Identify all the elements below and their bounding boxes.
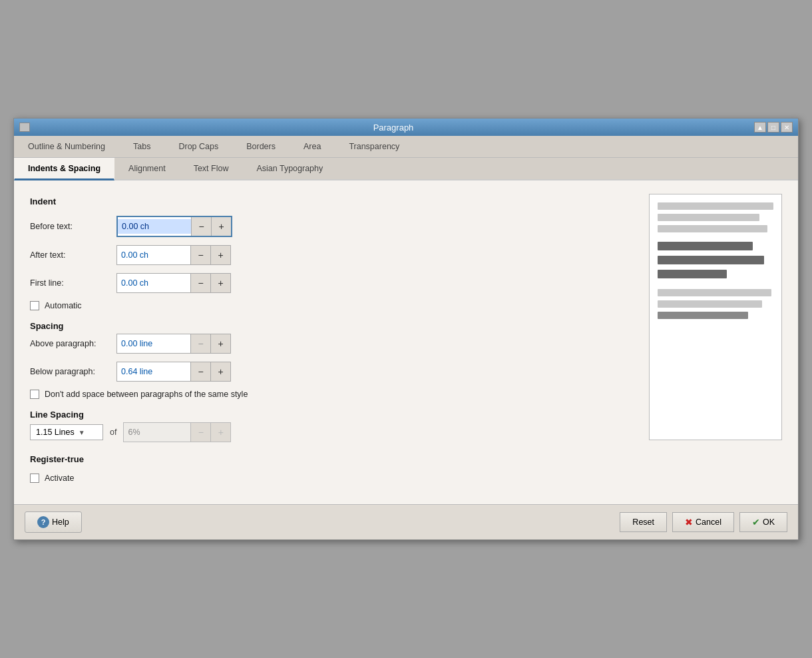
above-paragraph-input[interactable] bbox=[117, 336, 190, 351]
indent-section-header: Indent bbox=[30, 196, 636, 206]
above-paragraph-label: Above paragraph: bbox=[30, 339, 116, 348]
first-line-decrement[interactable]: − bbox=[190, 274, 210, 292]
help-label: Help bbox=[52, 517, 69, 527]
above-paragraph-spinbox: − + bbox=[116, 334, 231, 354]
first-line-increment[interactable]: + bbox=[210, 274, 230, 292]
before-text-increment[interactable]: + bbox=[211, 217, 231, 236]
line-spacing-section-header: Line Spacing bbox=[30, 410, 636, 420]
ok-button[interactable]: ✔ OK bbox=[739, 512, 787, 532]
preview-bar-active bbox=[658, 270, 727, 278]
tab-borders[interactable]: Borders bbox=[232, 136, 290, 157]
first-line-label: First line: bbox=[30, 278, 116, 288]
cancel-label: Cancel bbox=[696, 517, 721, 527]
above-paragraph-increment[interactable]: + bbox=[210, 334, 230, 353]
activate-checkbox[interactable] bbox=[30, 474, 39, 483]
activate-label: Activate bbox=[45, 474, 74, 483]
line-spacing-value: 1.15 Lines bbox=[36, 428, 75, 437]
cancel-icon: ✖ bbox=[685, 517, 693, 527]
after-text-input[interactable] bbox=[117, 248, 190, 262]
before-text-spinbox: − + bbox=[116, 216, 232, 237]
tab-indents-spacing[interactable]: Indents & Spacing bbox=[14, 158, 114, 180]
help-button[interactable]: ? Help bbox=[25, 511, 82, 533]
form-area: Indent Before text: − + After text: − + bbox=[30, 194, 636, 491]
below-paragraph-spinbox: − + bbox=[116, 362, 231, 382]
tab-row-2: Indents & Spacing Alignment Text Flow As… bbox=[14, 158, 798, 180]
dropdown-arrow-icon: ▼ bbox=[79, 429, 85, 436]
main-content: Indent Before text: − + After text: − + bbox=[14, 180, 798, 504]
preview-box bbox=[649, 194, 782, 440]
preview-bar-active bbox=[658, 256, 764, 264]
tab-text-flow[interactable]: Text Flow bbox=[180, 158, 243, 179]
bottom-right-buttons: Reset ✖ Cancel ✔ OK bbox=[620, 512, 787, 532]
no-space-label: Don't add space between paragraphs of th… bbox=[45, 390, 248, 399]
after-text-label: After text: bbox=[30, 250, 116, 260]
preview-bar bbox=[658, 225, 767, 232]
before-text-label: Before text: bbox=[30, 222, 116, 231]
after-text-decrement[interactable]: − bbox=[190, 246, 210, 264]
below-paragraph-input[interactable] bbox=[117, 364, 190, 379]
spacing-section-header: Spacing bbox=[30, 321, 636, 331]
tab-area[interactable]: Area bbox=[290, 136, 335, 157]
line-spacing-value-spinbox: − + bbox=[123, 422, 231, 442]
reset-label: Reset bbox=[632, 517, 654, 527]
first-line-input[interactable] bbox=[117, 276, 190, 290]
help-icon: ? bbox=[37, 516, 49, 528]
register-section-header: Register-true bbox=[30, 454, 636, 464]
line-spacing-decrement: − bbox=[190, 423, 210, 442]
line-spacing-increment: + bbox=[210, 423, 230, 442]
paragraph-dialog: Paragraph ▲ □ ✕ Outline & Numbering Tabs… bbox=[13, 118, 799, 540]
automatic-checkbox[interactable] bbox=[30, 301, 39, 310]
titlebar: Paragraph ▲ □ ✕ bbox=[14, 119, 798, 136]
close-button[interactable]: ✕ bbox=[781, 122, 793, 133]
titlebar-controls: ▲ □ ✕ bbox=[754, 122, 793, 133]
line-spacing-row: 1.15 Lines ▼ of − + bbox=[30, 422, 636, 442]
below-paragraph-label: Below paragraph: bbox=[30, 367, 116, 376]
tab-outline-numbering[interactable]: Outline & Numbering bbox=[14, 136, 119, 157]
tab-alignment[interactable]: Alignment bbox=[114, 158, 180, 179]
preview-bar-active bbox=[658, 242, 753, 250]
line-spacing-dropdown[interactable]: 1.15 Lines ▼ bbox=[30, 424, 103, 440]
activate-row: Activate bbox=[30, 474, 636, 483]
first-line-row: First line: − + bbox=[30, 273, 636, 293]
restore-button[interactable]: ▲ bbox=[754, 122, 766, 133]
tab-transparency[interactable]: Transparency bbox=[335, 136, 413, 157]
no-space-row: Don't add space between paragraphs of th… bbox=[30, 390, 636, 399]
below-paragraph-row: Below paragraph: − + bbox=[30, 362, 636, 382]
line-spacing-value-input bbox=[124, 425, 190, 440]
automatic-label: Automatic bbox=[45, 301, 82, 310]
below-paragraph-increment[interactable]: + bbox=[210, 362, 230, 381]
before-text-input[interactable] bbox=[118, 219, 191, 234]
preview-bar bbox=[658, 289, 771, 296]
ok-icon: ✔ bbox=[752, 517, 760, 527]
preview-bar bbox=[658, 202, 773, 210]
after-text-spinbox: − + bbox=[116, 245, 231, 265]
after-text-increment[interactable]: + bbox=[210, 246, 230, 264]
preview-bar bbox=[658, 300, 762, 308]
before-text-decrement[interactable]: − bbox=[191, 217, 211, 236]
of-label: of bbox=[110, 428, 116, 437]
below-paragraph-decrement[interactable]: − bbox=[190, 362, 210, 381]
automatic-row: Automatic bbox=[30, 301, 636, 310]
preview-area bbox=[649, 194, 782, 491]
tab-asian-typography[interactable]: Asian Typography bbox=[242, 158, 337, 179]
after-text-row: After text: − + bbox=[30, 245, 636, 265]
above-paragraph-decrement[interactable]: − bbox=[190, 334, 210, 353]
titlebar-left-icon bbox=[19, 123, 33, 132]
dialog-title: Paragraph bbox=[33, 123, 754, 133]
bottom-bar: ? Help Reset ✖ Cancel ✔ OK bbox=[14, 504, 798, 539]
cancel-button[interactable]: ✖ Cancel bbox=[672, 512, 734, 532]
tab-drop-caps[interactable]: Drop Caps bbox=[164, 136, 232, 157]
tab-row-1: Outline & Numbering Tabs Drop Caps Borde… bbox=[14, 136, 798, 158]
preview-bar bbox=[658, 214, 759, 221]
no-space-checkbox[interactable] bbox=[30, 390, 39, 399]
maximize-button[interactable]: □ bbox=[767, 122, 779, 133]
reset-button[interactable]: Reset bbox=[620, 512, 667, 532]
above-paragraph-row: Above paragraph: − + bbox=[30, 334, 636, 354]
ok-label: OK bbox=[763, 517, 775, 527]
preview-bar bbox=[658, 312, 748, 319]
window-icon[interactable] bbox=[19, 123, 30, 132]
tab-tabs[interactable]: Tabs bbox=[119, 136, 164, 157]
first-line-spinbox: − + bbox=[116, 273, 231, 293]
register-section: Register-true Activate bbox=[30, 454, 636, 483]
before-text-row: Before text: − + bbox=[30, 216, 636, 237]
